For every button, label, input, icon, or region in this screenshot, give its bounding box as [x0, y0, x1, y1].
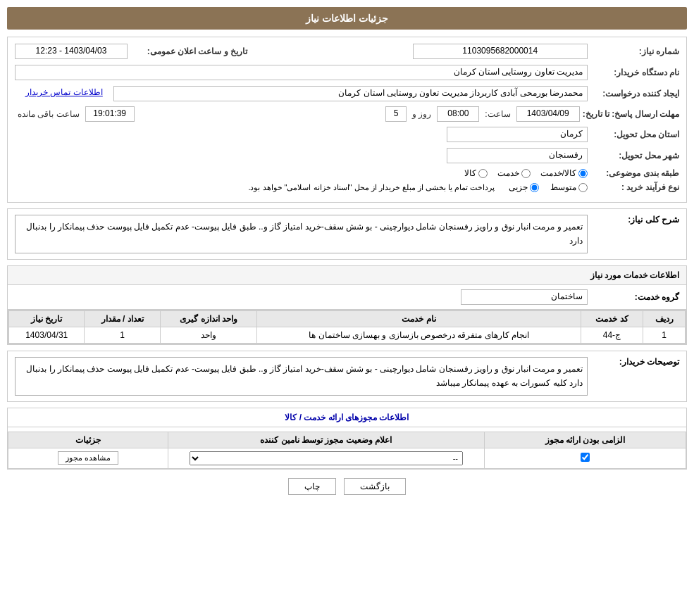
cell-tarikh: 1403/04/31: [9, 327, 85, 343]
shomara-niaz-label: شماره نیاز:: [588, 46, 679, 56]
khadamat-table: ردیف کد خدمت نام خدمت واحد اندازه گیری ت…: [8, 310, 686, 344]
sharh-text: تعمیر و مرمت انبار نوق و راویز رفسنجان ش…: [15, 215, 588, 253]
col-tedad: تعداد / مقدار: [85, 310, 160, 327]
col-unit: واحد اندازه گیری: [160, 310, 257, 327]
radio-jazvi[interactable]: جزیی: [509, 182, 539, 192]
name-dastgah-value: مدیریت تعاون روستایی استان کرمان: [15, 65, 588, 80]
publish-date-label: تاریخ و ساعت اعلان عمومی:: [128, 46, 247, 56]
mohlat-remaining: 19:01:39: [85, 106, 135, 122]
shomara-niaz-value: 1103095682000014: [413, 44, 588, 59]
radio-motevaset-label: متوسط: [550, 182, 576, 192]
ostan-value: کرمان: [447, 127, 588, 142]
radio-kala[interactable]: کالا: [464, 168, 488, 178]
mohlat-date: 1403/04/09: [516, 106, 580, 122]
radio-kala-khedmat-label: کالا/خدمت: [540, 168, 576, 178]
radio-khedmat-label: خدمت: [497, 168, 519, 178]
ijad-label: ایجاد کننده درخواست:: [588, 89, 679, 99]
cell-status-select[interactable]: --: [168, 448, 485, 468]
col-code: کد خدمت: [581, 310, 643, 327]
ijad-value: محمدرضا بورمحی آبادی کاربرداز مدیریت تعا…: [113, 86, 588, 101]
majoz-table: الزامی بودن ارائه مجوز اعلام وضعیت مجوز …: [8, 432, 686, 469]
mohlat-time: 08:00: [437, 106, 479, 122]
group-label: گروه خدمت:: [588, 292, 679, 302]
ostan-label: استان محل تحویل:: [588, 130, 679, 139]
mohlat-days: 5: [385, 106, 407, 122]
noavand-text: پرداخت تمام یا بخشی از مبلغ خریدار از مح…: [15, 183, 495, 192]
col-tarikh: تاریخ نیاز: [9, 310, 85, 327]
radio-motevaset[interactable]: متوسط: [550, 182, 588, 192]
mohlat-time-label: ساعت:: [482, 109, 513, 119]
publish-date-value: 1403/04/03 - 12:23: [15, 44, 128, 59]
shahr-label: شهر محل تحویل:: [588, 151, 679, 161]
col-elzami: الزامی بودن ارائه مجوز: [484, 432, 686, 448]
col-joziyat: جزئیات: [8, 432, 168, 448]
cell-view-btn[interactable]: مشاهده مجوز: [8, 448, 168, 468]
radio-kala-khedmat[interactable]: کالا/خدمت: [540, 168, 588, 178]
cell-tedad: 1: [85, 327, 160, 343]
col-name: نام خدمت: [257, 310, 581, 327]
noavand-label: نوع فرآیند خرید :: [588, 182, 679, 192]
print-button[interactable]: چاپ: [288, 478, 336, 495]
cell-name: انجام کارهای متفرقه درخصوص بازسازی و بهس…: [257, 327, 581, 343]
view-majoz-button[interactable]: مشاهده مجوز: [58, 451, 118, 465]
khadamat-section-title: اطلاعات خدمات مورد نیاز: [8, 266, 686, 285]
back-button[interactable]: بازگشت: [344, 478, 406, 495]
tabaghe-label: طبقه بندی موضوعی:: [588, 168, 679, 178]
majoz-row: -- مشاهده مجوز: [8, 448, 686, 468]
cell-radif: 1: [643, 327, 686, 343]
cell-checkbox: [484, 448, 686, 468]
shahr-value: رفسنجان: [447, 148, 588, 163]
sharh-label: شرح کلی نیاز:: [588, 215, 679, 225]
status-dropdown[interactable]: --: [190, 451, 463, 465]
group-value: ساختمان: [461, 289, 588, 305]
col-status: اعلام وضعیت مجوز توسط نامین کننده: [168, 432, 485, 448]
action-buttons: بازگشت چاپ: [7, 478, 687, 495]
mohlat-day-label: روز و: [409, 109, 434, 119]
page-title: جزئیات اطلاعات نیاز: [7, 7, 687, 30]
cell-unit: واحد: [160, 327, 257, 343]
mohlat-remaining-label: ساعت باقی مانده: [15, 109, 82, 119]
radio-khedmat[interactable]: خدمت: [497, 168, 531, 178]
elzami-checkbox[interactable]: [581, 453, 590, 462]
radio-kala-label: کالا: [464, 168, 476, 178]
majoz-title: اطلاعات مجوزهای ارائه خدمت / کالا: [8, 408, 686, 427]
table-row: 1 ج-44 انجام کارهای متفرقه درخصوص بازساز…: [9, 327, 686, 343]
ijad-link[interactable]: اطلاعات تماس خریدار: [15, 86, 113, 101]
radio-jazvi-label: جزیی: [509, 182, 528, 192]
buyer-desc-text: تعمیر و مرمت انبار نوق و راویز رفسنجان ش…: [15, 357, 588, 396]
mohlat-label: مهلت ارسال پاسخ: تا تاریخ:: [583, 109, 679, 119]
cell-code: ج-44: [581, 327, 643, 343]
name-dastgah-label: نام دستگاه خریدار:: [588, 68, 679, 77]
col-radif: ردیف: [643, 310, 686, 327]
buyer-desc-label: توصیحات خریدار:: [588, 357, 679, 367]
